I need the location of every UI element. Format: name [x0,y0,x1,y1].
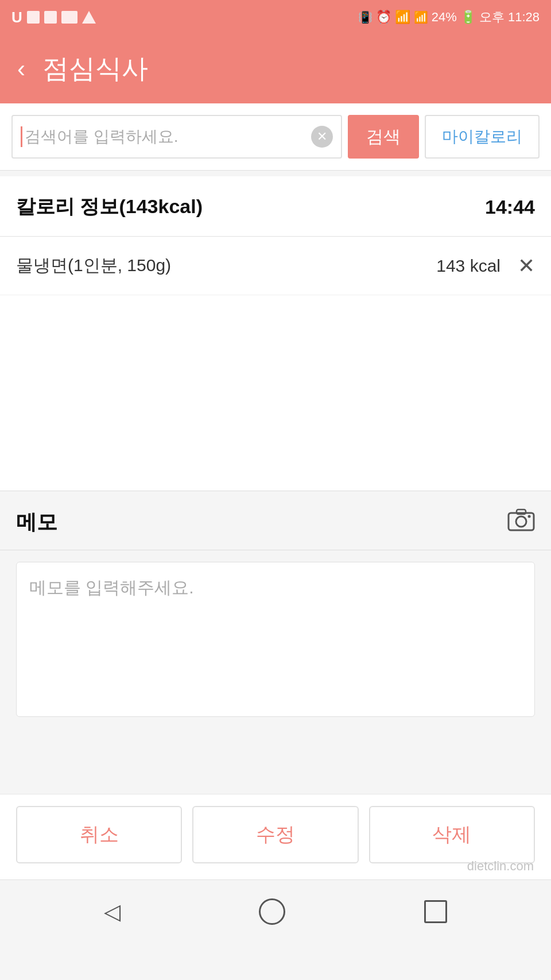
calorie-time: 14:44 [485,196,535,218]
status-bar: U 📳 ⏰ 📶 📶 24% 🔋 오후 11:28 [0,0,551,34]
delete-button[interactable]: 삭제 [369,806,535,863]
search-bar: ✕ 검색 마이칼로리 [0,103,551,171]
bottom-spacer [0,736,551,794]
search-button[interactable]: 검색 [348,115,419,159]
wifi-icon: 📶 [395,10,410,25]
status-right: 📳 ⏰ 📶 📶 24% 🔋 오후 11:28 [358,9,540,26]
search-input-wrapper: ✕ [11,115,342,159]
bottom-nav: ◁ [0,879,551,943]
memo-title: 메모 [16,508,57,537]
nav-recents-button[interactable] [424,900,447,923]
battery-icon: 🔋 [460,10,476,25]
food-list: 물냉면(1인분, 150g) 143 kcal ✕ [0,237,551,295]
svg-point-1 [516,516,526,527]
nav-back-button[interactable]: ◁ [104,899,121,924]
food-item: 물냉면(1인분, 150g) 143 kcal ✕ [0,237,551,295]
app-icon-1 [27,11,40,24]
food-item-right: 143 kcal ✕ [436,256,535,276]
app-bar: ‹ 점심식사 [0,34,551,103]
signal-icon: 📶 [414,10,428,24]
food-kcal: 143 kcal [436,256,500,276]
battery-percent: 24% [432,10,457,25]
mycalorie-button[interactable]: 마이칼로리 [425,115,540,159]
status-left-icons: U [11,9,96,26]
search-input[interactable] [25,128,311,146]
clear-button[interactable]: ✕ [311,126,333,148]
cancel-button[interactable]: 취소 [16,806,182,863]
svg-point-3 [528,515,531,518]
vibrate-icon: 📳 [358,10,372,24]
text-cursor [21,126,22,147]
time-display: 오후 11:28 [479,9,540,26]
page-title: 점심식사 [42,51,148,87]
svg-rect-2 [517,510,526,514]
image-icon [61,11,77,24]
camera-button[interactable] [507,507,535,537]
calorie-section: 칼로리 정보(143kcal) 14:44 물냉면(1인분, 150g) 143… [0,176,551,491]
memo-section: 메모 [0,491,551,736]
nav-home-button[interactable] [259,898,285,925]
food-name: 물냉면(1인분, 150g) [16,254,171,277]
memo-header: 메모 [0,491,551,550]
memo-textarea-wrapper [0,550,551,736]
watermark: dietclin.com [467,859,534,874]
calorie-title: 칼로리 정보(143kcal) [16,194,203,220]
u-icon: U [11,9,22,26]
back-button[interactable]: ‹ [17,57,25,81]
edit-button[interactable]: 수정 [192,806,358,863]
memo-input[interactable] [16,562,535,717]
food-delete-button[interactable]: ✕ [518,256,535,276]
alarm-icon: ⏰ [376,10,391,25]
warning-icon [82,11,96,24]
calorie-header: 칼로리 정보(143kcal) 14:44 [0,176,551,237]
app-icon-2 [44,11,57,24]
food-list-empty-space [0,295,551,491]
